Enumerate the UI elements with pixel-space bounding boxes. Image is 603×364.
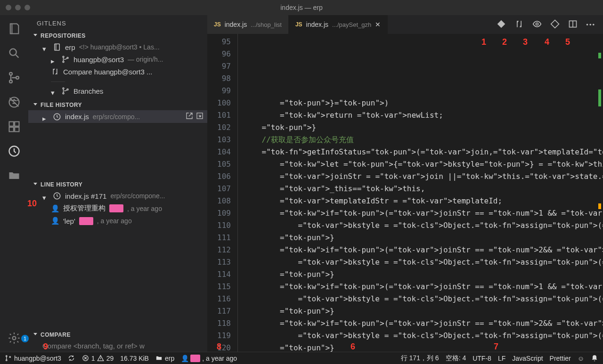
title-bar: index.js — erp bbox=[0, 0, 603, 15]
status-indent[interactable]: 空格: 4 bbox=[446, 354, 466, 363]
svg-point-1 bbox=[9, 73, 12, 75]
tab-path: .../shop_list bbox=[251, 21, 282, 28]
status-blame[interactable]: 👤 xxx , a year ago bbox=[181, 355, 237, 362]
status-sync[interactable] bbox=[68, 355, 75, 362]
repo-name: erp bbox=[65, 43, 75, 51]
section-label: COMPARE bbox=[41, 332, 71, 338]
chevron-down-icon bbox=[32, 102, 38, 108]
folder-icon[interactable] bbox=[7, 169, 21, 183]
debug-disabled-icon[interactable] bbox=[7, 95, 21, 109]
repo-row[interactable]: ▾ erp <!> huangpb@sort3 • Las... bbox=[28, 41, 207, 53]
folder-name: erp bbox=[165, 355, 174, 362]
editor-tab[interactable]: JS index.js .../paySet_gzh ✕ bbox=[289, 15, 388, 34]
diamond-outline-icon[interactable] bbox=[550, 19, 560, 30]
extensions-icon[interactable] bbox=[7, 120, 21, 134]
explorer-icon[interactable] bbox=[7, 22, 21, 36]
settings-gear-icon[interactable]: 1 bbox=[7, 331, 21, 345]
history-clock-icon bbox=[53, 113, 61, 121]
close-tab-icon[interactable]: ✕ bbox=[375, 21, 381, 28]
compare-prompt[interactable]: Compare <branch, tag, or ref> w bbox=[28, 340, 207, 352]
avatar-icon: 👤 bbox=[51, 217, 59, 225]
status-language[interactable]: JavaScript bbox=[512, 355, 543, 362]
minimize-window-dot[interactable] bbox=[15, 5, 21, 10]
more-icon[interactable]: ••• bbox=[586, 21, 595, 28]
svg-point-3 bbox=[16, 76, 19, 79]
status-folder[interactable]: erp bbox=[155, 355, 174, 362]
commit-msg: 授权管理重构 bbox=[63, 204, 106, 213]
svg-rect-7 bbox=[15, 127, 19, 131]
section-file-history[interactable]: FILE HISTORY bbox=[28, 100, 207, 110]
svg-point-25 bbox=[9, 356, 11, 358]
branch-icon bbox=[61, 55, 70, 64]
svg-point-2 bbox=[9, 80, 12, 83]
external-icon[interactable] bbox=[196, 112, 204, 121]
svg-point-12 bbox=[63, 56, 64, 57]
status-filesize[interactable]: 16.73 KiB bbox=[120, 355, 149, 362]
section-label: LINE HISTORY bbox=[41, 181, 82, 188]
svg-rect-5 bbox=[9, 122, 14, 126]
gitlens-icon[interactable] bbox=[7, 144, 21, 158]
svg-point-16 bbox=[63, 93, 64, 94]
section-label: FILE HISTORY bbox=[41, 102, 82, 108]
editor-area: JS index.js .../shop_list JS index.js ..… bbox=[207, 15, 603, 352]
status-feedback-icon[interactable]: ☺ bbox=[578, 355, 584, 362]
status-encoding[interactable]: UTF-8 bbox=[473, 355, 491, 362]
status-branch[interactable]: huangpb@sort3 bbox=[5, 355, 61, 362]
split-editor-icon[interactable] bbox=[568, 19, 578, 30]
editor-tab[interactable]: JS index.js .../shop_list bbox=[207, 15, 289, 34]
chevron-right-icon: ▸ bbox=[42, 114, 47, 119]
file-history-item[interactable]: ▸ index.js erp/src/compo... bbox=[28, 110, 207, 123]
svg-point-23 bbox=[6, 356, 8, 357]
diamond-icon[interactable] bbox=[497, 19, 506, 30]
warning-icon bbox=[97, 355, 105, 362]
blame-time: , a year ago bbox=[202, 355, 237, 362]
status-formatter[interactable]: Prettier bbox=[550, 355, 571, 362]
source-control-icon[interactable] bbox=[7, 71, 21, 85]
compare-arrows-icon[interactable] bbox=[514, 19, 524, 30]
file-path: erp/src/compo... bbox=[93, 113, 140, 121]
section-compare[interactable]: COMPARE bbox=[28, 330, 207, 340]
branches-label: Branches bbox=[73, 87, 103, 95]
status-bar: huangpb@sort3 1 29 16.73 KiB erp 👤 xxx ,… bbox=[0, 352, 603, 364]
line-history-file[interactable]: ▾ index.js #171 erp/src/compone... bbox=[28, 190, 207, 202]
tab-path: .../paySet_gzh bbox=[332, 21, 371, 28]
status-cursor[interactable]: 行 171，列 6 bbox=[401, 354, 439, 363]
tab-filename: index.js bbox=[306, 21, 328, 28]
status-bell-icon[interactable] bbox=[591, 355, 598, 362]
status-problems[interactable]: 1 29 bbox=[82, 355, 114, 362]
eye-icon[interactable] bbox=[532, 19, 542, 30]
compare-label: Compare huangpb@sort3 ... bbox=[63, 68, 153, 76]
code-content[interactable]: ="tok-pun">}="tok-pun">) ="tok-kw">retur… bbox=[237, 34, 603, 352]
commit-row[interactable]: 👤 'lep' xxxx , a year ago bbox=[28, 215, 207, 227]
redacted-author: xxxx bbox=[109, 204, 123, 212]
compare-prompt-text: Compare <branch, tag, or ref> w bbox=[42, 342, 145, 350]
redacted-author: xxx bbox=[190, 355, 200, 362]
branch-meta: — origin/h... bbox=[128, 56, 163, 63]
zoom-window-dot[interactable] bbox=[24, 5, 30, 10]
sync-icon bbox=[68, 355, 75, 362]
window-controls[interactable] bbox=[6, 5, 30, 10]
chevron-down-icon bbox=[32, 332, 38, 338]
compare-icon bbox=[51, 67, 59, 76]
compare-row[interactable]: Compare huangpb@sort3 ... bbox=[28, 65, 207, 78]
code-editor[interactable]: 9596979899100101102103104105106107108109… bbox=[207, 34, 603, 352]
close-window-dot[interactable] bbox=[6, 5, 11, 10]
commit-row[interactable]: 👤 授权管理重构 xxxx , a year ago bbox=[28, 202, 207, 215]
branches-row[interactable]: ▾ Branches bbox=[28, 85, 207, 97]
file-name: index.js #171 bbox=[65, 192, 106, 200]
gutter: 9596979899100101102103104105106107108109… bbox=[207, 34, 237, 352]
svg-point-21 bbox=[536, 23, 538, 25]
error-icon bbox=[82, 355, 90, 362]
chevron-down-icon: ▾ bbox=[42, 194, 47, 198]
branch-current-row[interactable]: ▸ huangpb@sort3 — origin/h... bbox=[28, 53, 207, 65]
section-label: REPOSITORIES bbox=[41, 32, 86, 39]
status-eol[interactable]: LF bbox=[498, 355, 505, 362]
section-line-history[interactable]: LINE HISTORY bbox=[28, 179, 207, 190]
svg-point-0 bbox=[10, 49, 16, 56]
sidebar: GITLENS REPOSITORIES ▾ erp <!> huangpb@s… bbox=[28, 15, 207, 352]
svg-rect-8 bbox=[15, 122, 19, 126]
history-clock-icon bbox=[53, 192, 61, 200]
section-repositories[interactable]: REPOSITORIES bbox=[28, 31, 207, 41]
search-icon[interactable] bbox=[7, 46, 21, 60]
open-file-icon[interactable] bbox=[186, 112, 193, 121]
